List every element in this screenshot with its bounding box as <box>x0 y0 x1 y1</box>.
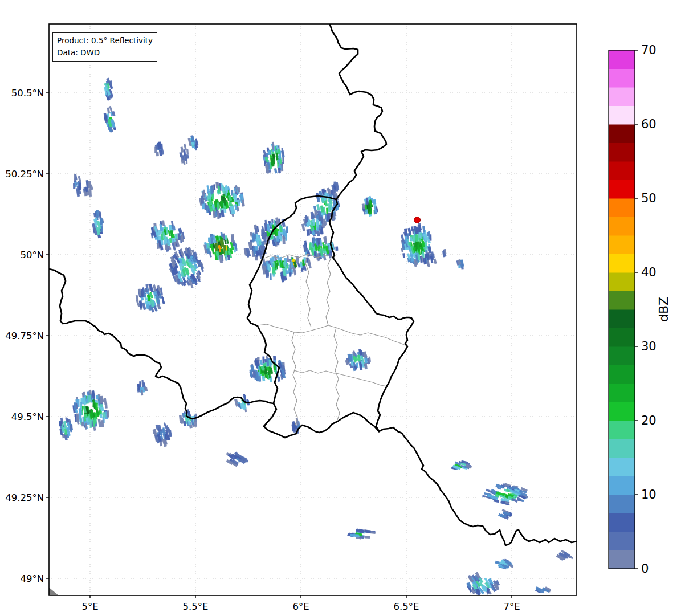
radar-bin <box>90 419 92 428</box>
radar-bin <box>289 272 291 277</box>
radar-bin <box>270 273 271 280</box>
radar-bin <box>350 534 359 537</box>
colorbar-band <box>609 328 635 347</box>
colorbar-tick-label: 70 <box>641 43 657 57</box>
radar-bin <box>217 211 219 219</box>
colorbar-tick-label: 50 <box>641 191 657 205</box>
x-tick-label: 5.5°E <box>183 601 209 612</box>
y-tick-label: 50.5°N <box>11 88 44 99</box>
y-tick-label: 49.25°N <box>5 492 44 503</box>
colorbar-band <box>609 106 635 125</box>
radar-bin <box>428 231 430 239</box>
colorbar-tick-label: 0 <box>641 562 649 576</box>
radar-bin <box>268 150 271 155</box>
radar-bin <box>327 213 330 221</box>
colorbar-tick-label: 40 <box>641 266 657 279</box>
radar-bin <box>96 403 98 409</box>
radar-bin <box>76 414 79 422</box>
colorbar-band <box>609 143 635 162</box>
colorbar-band <box>609 180 635 199</box>
radar-bin <box>335 247 338 251</box>
product-info-box: Product: 0.5° Reflectivity Data: DWD <box>52 32 157 62</box>
radar-bin <box>84 191 87 196</box>
colorbar-band <box>609 87 635 106</box>
colorbar-band <box>609 309 635 328</box>
radar-bin <box>105 403 107 409</box>
colorbar-band <box>609 513 635 532</box>
radar-bin <box>81 422 84 427</box>
radar-bin <box>305 215 307 223</box>
radar-bin <box>141 380 144 387</box>
radar-station-marker <box>414 217 421 223</box>
radar-bin <box>233 194 235 199</box>
radar-bin <box>277 149 280 154</box>
colorbar-band <box>609 161 635 180</box>
radar-bin <box>280 226 283 232</box>
colorbar-band <box>609 384 635 402</box>
radar-bin <box>272 267 275 274</box>
radar-bin <box>286 226 288 233</box>
radar-bin <box>209 199 211 208</box>
colorbar-tick-label: 10 <box>641 488 657 501</box>
radar-figure: 12.09.2025 12:33 UTC 5°E5.5°E6°E6.5°E7°E… <box>0 0 685 616</box>
radar-bin <box>217 202 219 209</box>
y-tick-label: 49°N <box>20 573 44 584</box>
radar-bin <box>253 371 256 378</box>
radar-bin <box>78 399 80 407</box>
radar-bin <box>77 190 79 195</box>
colorbar-band <box>609 124 635 143</box>
colorbar-band <box>609 365 635 384</box>
radar-bin <box>92 403 95 407</box>
map-canvas: 5°E5.5°E6°E6.5°E7°E50.5°N50.25°N50°N49.7… <box>0 0 685 616</box>
radar-bin <box>282 157 284 164</box>
colorbar-band <box>609 272 635 291</box>
colorbar-tick-label: 20 <box>641 414 657 427</box>
colorbar-band <box>609 532 635 550</box>
radar-bin <box>326 208 328 214</box>
colorbar-band <box>609 254 635 273</box>
x-tick-label: 7°E <box>503 601 520 612</box>
radar-bin <box>225 251 228 256</box>
radar-bin <box>100 414 103 418</box>
colorbar-band <box>609 291 635 310</box>
radar-bin <box>100 219 103 225</box>
radar-bin <box>317 227 319 231</box>
radar-bin <box>208 238 210 242</box>
radar-bin <box>74 174 75 181</box>
radar-bin <box>225 235 227 240</box>
radar-bin <box>96 395 99 399</box>
radar-bin <box>73 183 75 189</box>
radar-bin <box>411 226 413 231</box>
colorbar-band <box>609 550 635 569</box>
radar-bin <box>160 144 162 149</box>
colorbar-band <box>609 217 635 236</box>
radar-bin <box>268 370 270 378</box>
y-tick-label: 50°N <box>20 250 44 260</box>
colorbar-band <box>609 235 635 254</box>
y-tick-label: 49.75°N <box>5 331 44 341</box>
colorbar-band <box>609 476 635 495</box>
radar-bin <box>365 536 370 539</box>
radar-bin <box>402 253 405 258</box>
colorbar-band <box>609 458 635 476</box>
colorbar-band <box>609 198 635 217</box>
radar-bin <box>186 149 189 154</box>
colorbar-axis-label: dBZ <box>657 297 671 322</box>
radar-bin <box>101 420 104 427</box>
radar-bin <box>266 359 269 366</box>
radar-bin <box>107 410 109 417</box>
radar-bin <box>278 168 281 173</box>
radar-bin <box>252 234 254 241</box>
radar-bin <box>88 181 91 189</box>
radar-bin <box>234 194 237 202</box>
colorbar-band <box>609 50 635 69</box>
colorbar-band <box>609 495 635 513</box>
colorbar-band <box>609 402 635 421</box>
figure-background <box>0 0 685 616</box>
radar-bin <box>272 142 274 150</box>
x-tick-label: 5°E <box>81 601 98 612</box>
radar-bin <box>191 136 194 142</box>
radar-bin <box>231 234 234 242</box>
radar-bin <box>280 236 282 242</box>
colorbar-tick-label: 60 <box>641 117 657 131</box>
